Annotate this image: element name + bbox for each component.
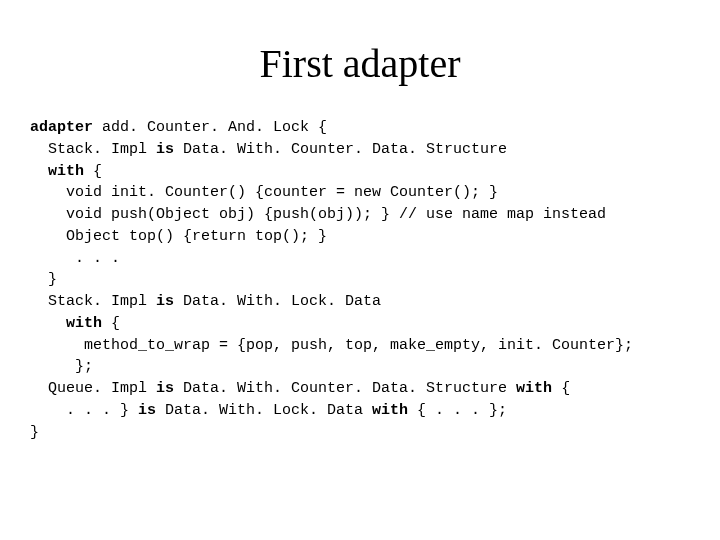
code-kw-is: is <box>138 402 156 419</box>
code-block: adapter add. Counter. And. Lock { Stack.… <box>0 117 720 443</box>
code-text <box>30 315 66 332</box>
code-kw-is: is <box>156 293 174 310</box>
code-kw-is: is <box>156 380 174 397</box>
code-text: Stack. Impl <box>30 141 156 158</box>
code-text: . . . } <box>30 402 138 419</box>
code-text: Data. With. Lock. Data <box>156 402 372 419</box>
code-text: void push(Object obj) {push(obj)); } // … <box>30 206 606 223</box>
code-text: . . . <box>30 250 120 267</box>
code-text: Object top() {return top(); } <box>30 228 327 245</box>
code-text: { <box>552 380 570 397</box>
code-kw-with: with <box>372 402 408 419</box>
code-text: Data. With. Counter. Data. Structure <box>174 141 507 158</box>
code-text: void init. Counter() {counter = new Coun… <box>30 184 498 201</box>
code-text: { . . . }; <box>408 402 507 419</box>
code-text: method_to_wrap = {pop, push, top, make_e… <box>30 337 633 354</box>
code-text: Data. With. Counter. Data. Structure <box>174 380 516 397</box>
code-kw-is: is <box>156 141 174 158</box>
code-text: { <box>84 163 102 180</box>
code-text: add. Counter. And. Lock { <box>93 119 327 136</box>
code-kw-with: with <box>66 315 102 332</box>
code-text: } <box>30 424 39 441</box>
code-kw-with: with <box>48 163 84 180</box>
code-kw-with: with <box>516 380 552 397</box>
code-text: { <box>102 315 120 332</box>
slide-title: First adapter <box>0 0 720 117</box>
code-text: } <box>30 271 57 288</box>
code-text: Stack. Impl <box>30 293 156 310</box>
code-text: Queue. Impl <box>30 380 156 397</box>
slide: First adapter adapter add. Counter. And.… <box>0 0 720 540</box>
code-text: }; <box>30 358 93 375</box>
code-kw-adapter: adapter <box>30 119 93 136</box>
code-text: Data. With. Lock. Data <box>174 293 381 310</box>
code-text <box>30 163 48 180</box>
